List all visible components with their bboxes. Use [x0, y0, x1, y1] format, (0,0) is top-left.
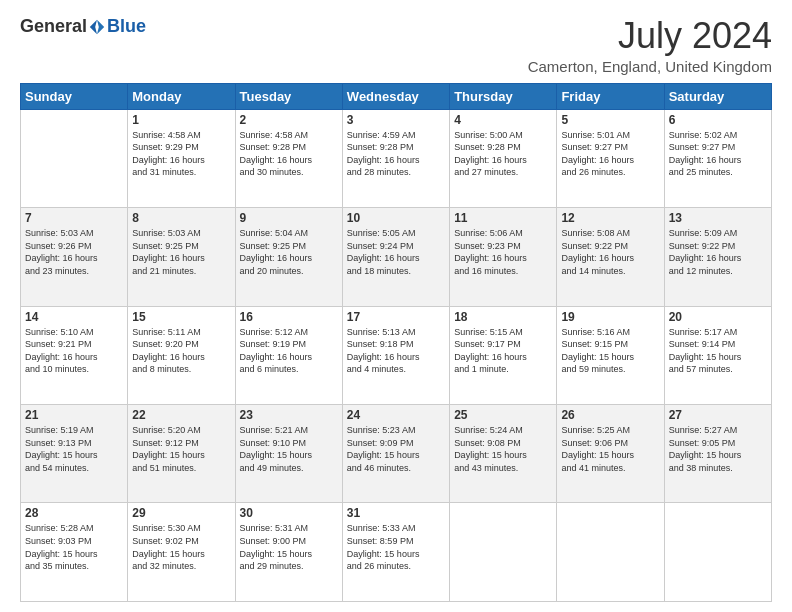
table-row	[450, 503, 557, 602]
day-number: 26	[561, 408, 659, 422]
header-sunday: Sunday	[21, 83, 128, 109]
header-monday: Monday	[128, 83, 235, 109]
table-row: 24Sunrise: 5:23 AM Sunset: 9:09 PM Dayli…	[342, 405, 449, 503]
calendar-row-1: 7Sunrise: 5:03 AM Sunset: 9:26 PM Daylig…	[21, 208, 772, 306]
header-wednesday: Wednesday	[342, 83, 449, 109]
day-info: Sunrise: 5:25 AM Sunset: 9:06 PM Dayligh…	[561, 424, 659, 474]
table-row: 19Sunrise: 5:16 AM Sunset: 9:15 PM Dayli…	[557, 306, 664, 404]
table-row: 10Sunrise: 5:05 AM Sunset: 9:24 PM Dayli…	[342, 208, 449, 306]
day-number: 25	[454, 408, 552, 422]
main-title: July 2024	[528, 16, 772, 56]
day-info: Sunrise: 5:04 AM Sunset: 9:25 PM Dayligh…	[240, 227, 338, 277]
day-info: Sunrise: 5:15 AM Sunset: 9:17 PM Dayligh…	[454, 326, 552, 376]
page: General Blue July 2024 Camerton, England…	[0, 0, 792, 612]
day-number: 7	[25, 211, 123, 225]
day-number: 31	[347, 506, 445, 520]
day-number: 14	[25, 310, 123, 324]
day-number: 4	[454, 113, 552, 127]
day-number: 9	[240, 211, 338, 225]
day-info: Sunrise: 5:09 AM Sunset: 9:22 PM Dayligh…	[669, 227, 767, 277]
day-info: Sunrise: 5:31 AM Sunset: 9:00 PM Dayligh…	[240, 522, 338, 572]
table-row	[557, 503, 664, 602]
day-number: 19	[561, 310, 659, 324]
table-row: 2Sunrise: 4:58 AM Sunset: 9:28 PM Daylig…	[235, 109, 342, 207]
day-number: 8	[132, 211, 230, 225]
day-info: Sunrise: 4:59 AM Sunset: 9:28 PM Dayligh…	[347, 129, 445, 179]
day-number: 13	[669, 211, 767, 225]
day-number: 18	[454, 310, 552, 324]
table-row: 1Sunrise: 4:58 AM Sunset: 9:29 PM Daylig…	[128, 109, 235, 207]
logo-blue-text: Blue	[107, 16, 146, 37]
title-block: July 2024 Camerton, England, United King…	[528, 16, 772, 75]
day-info: Sunrise: 4:58 AM Sunset: 9:28 PM Dayligh…	[240, 129, 338, 179]
table-row: 22Sunrise: 5:20 AM Sunset: 9:12 PM Dayli…	[128, 405, 235, 503]
day-info: Sunrise: 5:10 AM Sunset: 9:21 PM Dayligh…	[25, 326, 123, 376]
table-row: 31Sunrise: 5:33 AM Sunset: 8:59 PM Dayli…	[342, 503, 449, 602]
day-number: 2	[240, 113, 338, 127]
table-row: 23Sunrise: 5:21 AM Sunset: 9:10 PM Dayli…	[235, 405, 342, 503]
day-info: Sunrise: 5:01 AM Sunset: 9:27 PM Dayligh…	[561, 129, 659, 179]
calendar-row-2: 14Sunrise: 5:10 AM Sunset: 9:21 PM Dayli…	[21, 306, 772, 404]
table-row: 3Sunrise: 4:59 AM Sunset: 9:28 PM Daylig…	[342, 109, 449, 207]
calendar-row-4: 28Sunrise: 5:28 AM Sunset: 9:03 PM Dayli…	[21, 503, 772, 602]
day-info: Sunrise: 5:20 AM Sunset: 9:12 PM Dayligh…	[132, 424, 230, 474]
sub-title: Camerton, England, United Kingdom	[528, 58, 772, 75]
table-row: 9Sunrise: 5:04 AM Sunset: 9:25 PM Daylig…	[235, 208, 342, 306]
day-number: 10	[347, 211, 445, 225]
day-info: Sunrise: 5:21 AM Sunset: 9:10 PM Dayligh…	[240, 424, 338, 474]
svg-marker-1	[90, 19, 97, 33]
day-info: Sunrise: 5:08 AM Sunset: 9:22 PM Dayligh…	[561, 227, 659, 277]
day-number: 23	[240, 408, 338, 422]
table-row: 30Sunrise: 5:31 AM Sunset: 9:00 PM Dayli…	[235, 503, 342, 602]
table-row: 11Sunrise: 5:06 AM Sunset: 9:23 PM Dayli…	[450, 208, 557, 306]
calendar-row-3: 21Sunrise: 5:19 AM Sunset: 9:13 PM Dayli…	[21, 405, 772, 503]
table-row: 7Sunrise: 5:03 AM Sunset: 9:26 PM Daylig…	[21, 208, 128, 306]
calendar-header-row: Sunday Monday Tuesday Wednesday Thursday…	[21, 83, 772, 109]
day-number: 20	[669, 310, 767, 324]
table-row: 15Sunrise: 5:11 AM Sunset: 9:20 PM Dayli…	[128, 306, 235, 404]
header-tuesday: Tuesday	[235, 83, 342, 109]
day-number: 12	[561, 211, 659, 225]
logo-icon	[88, 18, 106, 36]
table-row: 21Sunrise: 5:19 AM Sunset: 9:13 PM Dayli…	[21, 405, 128, 503]
table-row: 18Sunrise: 5:15 AM Sunset: 9:17 PM Dayli…	[450, 306, 557, 404]
day-number: 27	[669, 408, 767, 422]
day-number: 29	[132, 506, 230, 520]
day-info: Sunrise: 5:33 AM Sunset: 8:59 PM Dayligh…	[347, 522, 445, 572]
table-row	[664, 503, 771, 602]
table-row: 16Sunrise: 5:12 AM Sunset: 9:19 PM Dayli…	[235, 306, 342, 404]
header-friday: Friday	[557, 83, 664, 109]
table-row: 8Sunrise: 5:03 AM Sunset: 9:25 PM Daylig…	[128, 208, 235, 306]
day-info: Sunrise: 5:13 AM Sunset: 9:18 PM Dayligh…	[347, 326, 445, 376]
header-saturday: Saturday	[664, 83, 771, 109]
table-row: 17Sunrise: 5:13 AM Sunset: 9:18 PM Dayli…	[342, 306, 449, 404]
svg-marker-0	[97, 19, 104, 33]
table-row: 25Sunrise: 5:24 AM Sunset: 9:08 PM Dayli…	[450, 405, 557, 503]
table-row: 12Sunrise: 5:08 AM Sunset: 9:22 PM Dayli…	[557, 208, 664, 306]
day-number: 21	[25, 408, 123, 422]
day-info: Sunrise: 5:23 AM Sunset: 9:09 PM Dayligh…	[347, 424, 445, 474]
day-number: 16	[240, 310, 338, 324]
day-number: 30	[240, 506, 338, 520]
table-row: 29Sunrise: 5:30 AM Sunset: 9:02 PM Dayli…	[128, 503, 235, 602]
table-row: 4Sunrise: 5:00 AM Sunset: 9:28 PM Daylig…	[450, 109, 557, 207]
day-info: Sunrise: 5:11 AM Sunset: 9:20 PM Dayligh…	[132, 326, 230, 376]
logo-general-text: General	[20, 16, 87, 37]
table-row: 5Sunrise: 5:01 AM Sunset: 9:27 PM Daylig…	[557, 109, 664, 207]
day-number: 24	[347, 408, 445, 422]
table-row: 28Sunrise: 5:28 AM Sunset: 9:03 PM Dayli…	[21, 503, 128, 602]
day-number: 5	[561, 113, 659, 127]
header: General Blue July 2024 Camerton, England…	[20, 16, 772, 75]
day-info: Sunrise: 5:17 AM Sunset: 9:14 PM Dayligh…	[669, 326, 767, 376]
day-info: Sunrise: 5:16 AM Sunset: 9:15 PM Dayligh…	[561, 326, 659, 376]
calendar-row-0: 1Sunrise: 4:58 AM Sunset: 9:29 PM Daylig…	[21, 109, 772, 207]
table-row: 20Sunrise: 5:17 AM Sunset: 9:14 PM Dayli…	[664, 306, 771, 404]
day-info: Sunrise: 5:02 AM Sunset: 9:27 PM Dayligh…	[669, 129, 767, 179]
day-number: 28	[25, 506, 123, 520]
logo: General Blue	[20, 16, 146, 37]
day-number: 22	[132, 408, 230, 422]
table-row: 26Sunrise: 5:25 AM Sunset: 9:06 PM Dayli…	[557, 405, 664, 503]
table-row: 14Sunrise: 5:10 AM Sunset: 9:21 PM Dayli…	[21, 306, 128, 404]
day-info: Sunrise: 5:28 AM Sunset: 9:03 PM Dayligh…	[25, 522, 123, 572]
day-info: Sunrise: 5:03 AM Sunset: 9:25 PM Dayligh…	[132, 227, 230, 277]
